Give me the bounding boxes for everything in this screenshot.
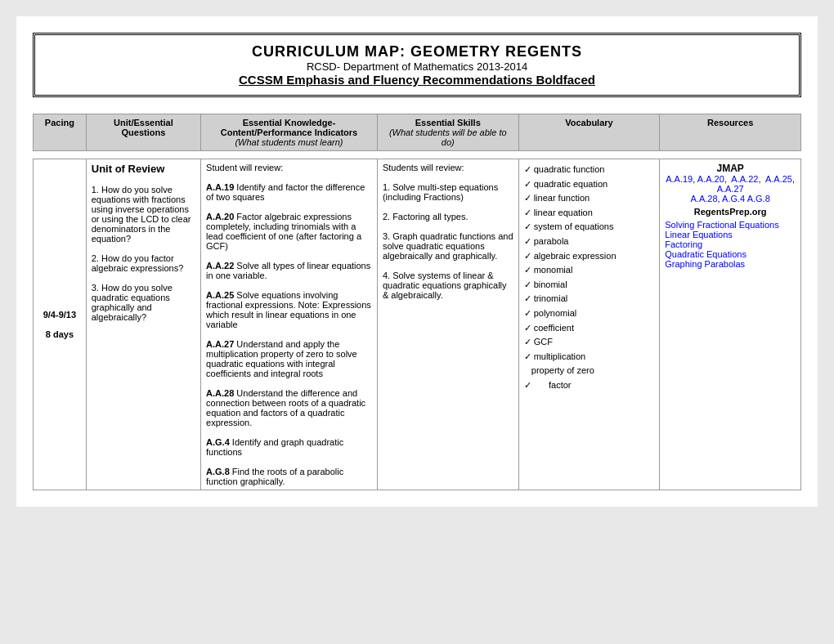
std-aa22: A.A.22 Solve all types of linear equatio… — [206, 261, 372, 280]
col-unit: Unit/Essential Questions — [86, 114, 200, 151]
col-resources: Resources — [660, 114, 801, 151]
col-es: Essential Skills (What students will be … — [377, 114, 518, 151]
pacing-days: 8 days — [38, 329, 81, 339]
link-aa25[interactable]: A.A.25 — [765, 174, 792, 184]
std-aa28: A.A.28 Understand the difference and con… — [206, 388, 372, 427]
header-title: CURRICULUM MAP: GEOMETRY REGENTS — [52, 43, 782, 60]
curriculum-table: Pacing Unit/Essential Questions Essentia… — [33, 114, 801, 490]
question-3: 3. How do you solve quadratic equations … — [92, 283, 195, 322]
vocab-binomial: ✓ binomial — [524, 278, 655, 293]
vocab-system-equations: ✓ system of equations — [524, 220, 655, 235]
link-graphing-parabolas[interactable]: Graphing Parabolas — [665, 259, 745, 269]
vocab-monomial: ✓ monomial — [524, 263, 655, 278]
link-ag4[interactable]: A.G.4 — [722, 194, 745, 203]
vocab-algebraic-expression: ✓ algebraic expression — [524, 249, 655, 264]
ek-cell: Student will review: A.A.19 Identify and… — [201, 159, 378, 490]
skill-3: 3. Graph quadratic functions and solve q… — [383, 231, 513, 261]
header-box: CURRICULUM MAP: GEOMETRY REGENTS RCSD- D… — [33, 33, 801, 97]
jmap-label: JMAP — [716, 163, 743, 174]
skill-4: 4. Solve systems of linear & quadratic e… — [383, 271, 513, 300]
unit-title: Unit of Review — [92, 163, 195, 175]
students-will-review: Students will review: — [383, 163, 513, 172]
vocab-cell: ✓ quadratic function ✓ quadratic equatio… — [518, 159, 660, 490]
question-2: 2. How do you factor algebraic expressio… — [92, 253, 195, 273]
pacing-dates: 9/4-9/13 — [38, 310, 81, 320]
rp-label: RegentsPrep.org — [694, 207, 767, 217]
vocab-trinomial: ✓ trinomial — [524, 292, 655, 306]
vocab-gcf: ✓ GCF — [524, 335, 655, 350]
vocab-linear-function: ✓ linear function — [524, 191, 655, 206]
std-aa20: A.A.20 Factor algebraic expressions comp… — [206, 212, 372, 251]
link-aa27[interactable]: A.A.27 — [717, 184, 744, 194]
link-aa22[interactable]: A.A.22 — [731, 174, 758, 184]
skill-2: 2. Factoring all types. — [383, 212, 513, 221]
vocab-polynomial: ✓ polynomial — [524, 306, 655, 321]
col-vocab: Vocabulary — [518, 114, 660, 151]
std-aa25: A.A.25 Solve equations involving fractio… — [206, 290, 372, 329]
std-ag8: A.G.8 Find the roots of a parabolic func… — [206, 467, 372, 486]
link-linear-equations[interactable]: Linear Equations — [665, 230, 733, 239]
std-aa27: A.A.27 Understand and apply the multipli… — [206, 339, 372, 378]
link-quadratic-equations[interactable]: Quadratic Equations — [665, 249, 747, 259]
vocab-factor: ✓ factor — [524, 378, 655, 393]
header-ccssm: CCSSM Emphasis and Fluency Recommendatio… — [52, 73, 782, 87]
page: CURRICULUM MAP: GEOMETRY REGENTS RCSD- D… — [16, 16, 818, 507]
link-solving-fractional[interactable]: Solving Fractional Equations — [665, 220, 778, 230]
jmap-links: A.A.19, A.A.20, A.A.22, A.A.25, A.A.27 A… — [665, 174, 796, 203]
vocab-coefficient: ✓ coefficient — [524, 321, 655, 336]
vocab-parabola: ✓ parabola — [524, 235, 655, 249]
std-ag4: A.G.4 Identify and graph quadratic funct… — [206, 437, 372, 457]
vocab-linear-equation: ✓ linear equation — [524, 206, 655, 221]
student-will-review: Student will review: — [206, 163, 372, 172]
link-factoring[interactable]: Factoring — [665, 239, 702, 249]
unit-cell: Unit of Review 1. How do you solve equat… — [86, 159, 200, 490]
header-subtitle: RCSD- Department of Mathematics 2013-201… — [52, 60, 782, 73]
link-aa20[interactable]: A.A.20 — [697, 174, 724, 184]
link-aa19[interactable]: A.A.19 — [666, 174, 693, 184]
col-pacing: Pacing — [34, 114, 87, 151]
question-1: 1. How do you solve equations with fract… — [92, 185, 195, 244]
col-ek: Essential Knowledge-Content/Performance … — [201, 114, 378, 151]
skill-1: 1. Solve multi-step equations (including… — [383, 182, 513, 202]
resources-cell: JMAP A.A.19, A.A.20, A.A.22, A.A.25, A.A… — [660, 159, 801, 490]
spacer-row — [34, 151, 801, 159]
pacing-cell: 9/4-9/13 8 days — [34, 159, 87, 490]
rp-links: Solving Fractional Equations Linear Equa… — [665, 220, 796, 269]
link-aa28[interactable]: A.A.28 — [691, 194, 718, 203]
vocab-quadratic-equation: ✓ quadratic equation — [524, 177, 655, 192]
vocab-quadratic-function: ✓ quadratic function — [524, 163, 655, 177]
table-row: 9/4-9/13 8 days Unit of Review 1. How do… — [34, 159, 801, 490]
link-ag8[interactable]: A.G.8 — [747, 194, 770, 203]
es-cell: Students will review: 1. Solve multi-ste… — [377, 159, 518, 490]
std-aa19: A.A.19 Identify and factor the differenc… — [206, 182, 372, 202]
vocab-mult-property: ✓ multiplication property of zero — [524, 350, 655, 378]
